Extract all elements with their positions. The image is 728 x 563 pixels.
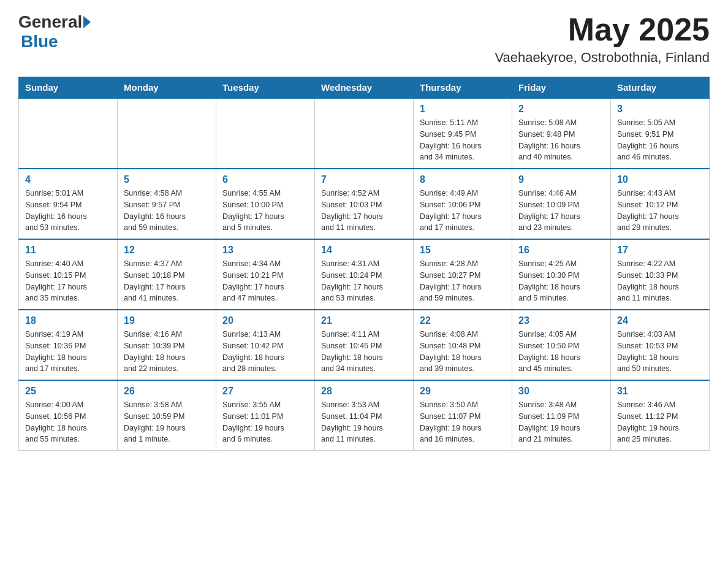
day-info: Sunrise: 4:46 AM Sunset: 10:09 PM Daylig… [518, 188, 604, 234]
day-number: 26 [124, 386, 210, 397]
day-number: 14 [321, 245, 407, 256]
day-info: Sunrise: 4:58 AM Sunset: 9:57 PM Dayligh… [124, 188, 210, 234]
day-number: 23 [518, 315, 604, 326]
day-number: 12 [124, 245, 210, 256]
day-number: 17 [617, 245, 703, 256]
calendar-cell: 4Sunrise: 5:01 AM Sunset: 9:54 PM Daylig… [19, 169, 118, 239]
calendar-cell: 23Sunrise: 4:05 AM Sunset: 10:50 PM Dayl… [512, 310, 611, 380]
week-row-5: 25Sunrise: 4:00 AM Sunset: 10:56 PM Dayl… [19, 380, 710, 451]
logo: General Blue [18, 12, 92, 52]
day-number: 5 [124, 174, 210, 185]
day-number: 18 [25, 315, 111, 326]
logo-general-text: General [18, 12, 82, 32]
week-row-2: 4Sunrise: 5:01 AM Sunset: 9:54 PM Daylig… [19, 169, 710, 239]
day-info: Sunrise: 4:00 AM Sunset: 10:56 PM Daylig… [25, 399, 111, 445]
day-number: 15 [420, 245, 506, 256]
day-number: 3 [617, 104, 703, 115]
weekday-header-wednesday: Wednesday [315, 77, 414, 99]
day-info: Sunrise: 3:48 AM Sunset: 11:09 PM Daylig… [518, 399, 604, 445]
day-info: Sunrise: 4:40 AM Sunset: 10:15 PM Daylig… [25, 258, 111, 304]
calendar-cell: 13Sunrise: 4:34 AM Sunset: 10:21 PM Dayl… [216, 239, 315, 310]
calendar-cell: 11Sunrise: 4:40 AM Sunset: 10:15 PM Dayl… [19, 239, 118, 310]
day-info: Sunrise: 4:55 AM Sunset: 10:00 PM Daylig… [222, 188, 308, 234]
day-info: Sunrise: 3:50 AM Sunset: 11:07 PM Daylig… [420, 399, 506, 445]
day-number: 11 [25, 245, 111, 256]
day-info: Sunrise: 4:37 AM Sunset: 10:18 PM Daylig… [124, 258, 210, 304]
logo-arrow-icon [83, 16, 91, 28]
day-info: Sunrise: 5:01 AM Sunset: 9:54 PM Dayligh… [25, 188, 111, 234]
calendar-cell: 20Sunrise: 4:13 AM Sunset: 10:42 PM Dayl… [216, 310, 315, 380]
page-header: General Blue May 2025 Vaehaekyroe, Ostro… [18, 12, 710, 66]
day-number: 16 [518, 245, 604, 256]
day-number: 21 [321, 315, 407, 326]
day-number: 30 [518, 386, 604, 397]
calendar-cell [216, 98, 315, 169]
day-info: Sunrise: 4:13 AM Sunset: 10:42 PM Daylig… [222, 329, 308, 375]
calendar-cell [19, 98, 118, 169]
calendar-cell: 12Sunrise: 4:37 AM Sunset: 10:18 PM Dayl… [118, 239, 216, 310]
logo-blue-text: Blue [21, 32, 58, 51]
day-info: Sunrise: 3:58 AM Sunset: 10:59 PM Daylig… [124, 399, 210, 445]
day-info: Sunrise: 4:31 AM Sunset: 10:24 PM Daylig… [321, 258, 407, 304]
day-info: Sunrise: 5:08 AM Sunset: 9:48 PM Dayligh… [518, 117, 604, 163]
calendar-cell: 16Sunrise: 4:25 AM Sunset: 10:30 PM Dayl… [512, 239, 611, 310]
calendar-cell: 28Sunrise: 3:53 AM Sunset: 11:04 PM Dayl… [315, 380, 414, 451]
day-info: Sunrise: 4:52 AM Sunset: 10:03 PM Daylig… [321, 188, 407, 234]
calendar-cell: 7Sunrise: 4:52 AM Sunset: 10:03 PM Dayli… [315, 169, 414, 239]
calendar-cell: 1Sunrise: 5:11 AM Sunset: 9:45 PM Daylig… [414, 98, 512, 169]
calendar-cell [315, 98, 414, 169]
weekday-header-row: SundayMondayTuesdayWednesdayThursdayFrid… [19, 77, 710, 99]
day-number: 24 [617, 315, 703, 326]
day-number: 20 [222, 315, 308, 326]
day-info: Sunrise: 5:05 AM Sunset: 9:51 PM Dayligh… [617, 117, 703, 163]
calendar-cell: 10Sunrise: 4:43 AM Sunset: 10:12 PM Dayl… [611, 169, 710, 239]
day-info: Sunrise: 4:34 AM Sunset: 10:21 PM Daylig… [222, 258, 308, 304]
day-number: 8 [420, 174, 506, 185]
calendar-cell [118, 98, 216, 169]
day-info: Sunrise: 4:28 AM Sunset: 10:27 PM Daylig… [420, 258, 506, 304]
week-row-1: 1Sunrise: 5:11 AM Sunset: 9:45 PM Daylig… [19, 98, 710, 169]
day-number: 10 [617, 174, 703, 185]
day-number: 28 [321, 386, 407, 397]
calendar-cell: 15Sunrise: 4:28 AM Sunset: 10:27 PM Dayl… [414, 239, 512, 310]
weekday-header-monday: Monday [118, 77, 216, 99]
day-info: Sunrise: 4:49 AM Sunset: 10:06 PM Daylig… [420, 188, 506, 234]
calendar-cell: 9Sunrise: 4:46 AM Sunset: 10:09 PM Dayli… [512, 169, 611, 239]
day-number: 27 [222, 386, 308, 397]
calendar-cell: 18Sunrise: 4:19 AM Sunset: 10:36 PM Dayl… [19, 310, 118, 380]
day-info: Sunrise: 4:22 AM Sunset: 10:33 PM Daylig… [617, 258, 703, 304]
title-area: May 2025 Vaehaekyroe, Ostrobothnia, Finl… [495, 12, 710, 66]
calendar-cell: 6Sunrise: 4:55 AM Sunset: 10:00 PM Dayli… [216, 169, 315, 239]
day-number: 31 [617, 386, 703, 397]
day-info: Sunrise: 4:43 AM Sunset: 10:12 PM Daylig… [617, 188, 703, 234]
day-info: Sunrise: 3:46 AM Sunset: 11:12 PM Daylig… [617, 399, 703, 445]
calendar-cell: 3Sunrise: 5:05 AM Sunset: 9:51 PM Daylig… [611, 98, 710, 169]
calendar-table: SundayMondayTuesdayWednesdayThursdayFrid… [18, 77, 710, 451]
day-info: Sunrise: 3:55 AM Sunset: 11:01 PM Daylig… [222, 399, 308, 445]
day-info: Sunrise: 4:19 AM Sunset: 10:36 PM Daylig… [25, 329, 111, 375]
calendar-cell: 31Sunrise: 3:46 AM Sunset: 11:12 PM Dayl… [611, 380, 710, 451]
calendar-cell: 17Sunrise: 4:22 AM Sunset: 10:33 PM Dayl… [611, 239, 710, 310]
day-number: 7 [321, 174, 407, 185]
month-title: May 2025 [495, 12, 710, 47]
day-info: Sunrise: 5:11 AM Sunset: 9:45 PM Dayligh… [420, 117, 506, 163]
day-info: Sunrise: 4:03 AM Sunset: 10:53 PM Daylig… [617, 329, 703, 375]
calendar-cell: 22Sunrise: 4:08 AM Sunset: 10:48 PM Dayl… [414, 310, 512, 380]
weekday-header-tuesday: Tuesday [216, 77, 315, 99]
calendar-cell: 30Sunrise: 3:48 AM Sunset: 11:09 PM Dayl… [512, 380, 611, 451]
day-number: 22 [420, 315, 506, 326]
day-info: Sunrise: 4:25 AM Sunset: 10:30 PM Daylig… [518, 258, 604, 304]
day-number: 19 [124, 315, 210, 326]
week-row-3: 11Sunrise: 4:40 AM Sunset: 10:15 PM Dayl… [19, 239, 710, 310]
location-text: Vaehaekyroe, Ostrobothnia, Finland [495, 50, 710, 66]
day-number: 13 [222, 245, 308, 256]
week-row-4: 18Sunrise: 4:19 AM Sunset: 10:36 PM Dayl… [19, 310, 710, 380]
calendar-cell: 24Sunrise: 4:03 AM Sunset: 10:53 PM Dayl… [611, 310, 710, 380]
weekday-header-friday: Friday [512, 77, 611, 99]
day-number: 25 [25, 386, 111, 397]
calendar-cell: 25Sunrise: 4:00 AM Sunset: 10:56 PM Dayl… [19, 380, 118, 451]
calendar-cell: 8Sunrise: 4:49 AM Sunset: 10:06 PM Dayli… [414, 169, 512, 239]
day-number: 9 [518, 174, 604, 185]
weekday-header-thursday: Thursday [414, 77, 512, 99]
calendar-cell: 29Sunrise: 3:50 AM Sunset: 11:07 PM Dayl… [414, 380, 512, 451]
